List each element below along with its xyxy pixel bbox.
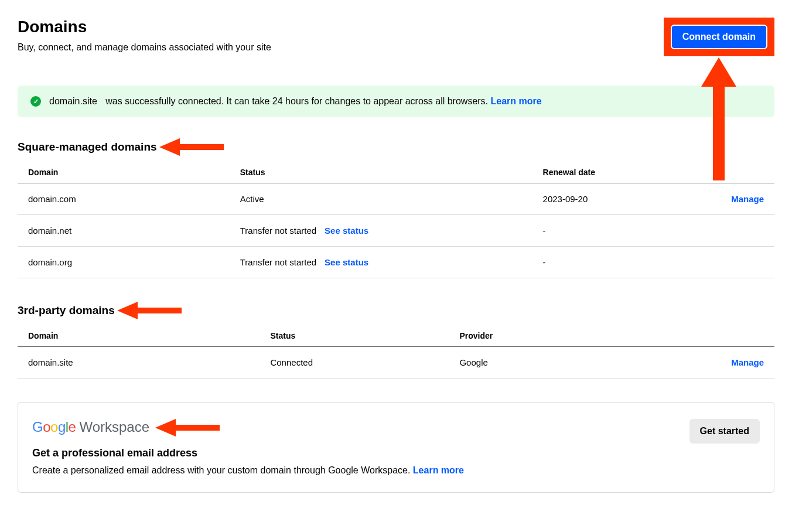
col-domain: Domain: [18, 325, 260, 347]
table-row: domain.com Active 2023-09-20 Manage: [18, 183, 774, 215]
page-header: Domains Buy, connect, and manage domains…: [18, 18, 774, 56]
cell-renewal: -: [532, 215, 699, 247]
get-started-button[interactable]: Get started: [689, 419, 760, 444]
arrow-left-icon: [155, 419, 220, 436]
square-section-header: Square-managed domains: [18, 138, 774, 156]
col-provider: Provider: [449, 325, 698, 347]
alert-text: domain.site was successfully connected. …: [49, 96, 542, 107]
cell-provider: Google: [449, 347, 698, 378]
svg-marker-3: [155, 419, 220, 436]
cell-status: Transfer not started See status: [230, 247, 532, 278]
connect-domain-highlight: Connect domain: [664, 18, 774, 56]
google-workspace-card: Google Workspace Get a professional emai…: [18, 402, 774, 493]
alert-learn-more-link[interactable]: Learn more: [491, 96, 542, 106]
arrow-left-icon: [159, 138, 224, 156]
manage-link[interactable]: Manage: [731, 194, 764, 204]
third-party-domains-table: Domain Status Provider domain.site Conne…: [18, 325, 774, 378]
google-workspace-logo: Google Workspace: [32, 419, 464, 436]
col-renewal: Renewal date: [532, 162, 699, 183]
workspace-learn-more-link[interactable]: Learn more: [413, 465, 464, 475]
arrow-up-icon: [701, 57, 736, 180]
col-status: Status: [260, 325, 449, 347]
alert-domain: domain.site: [49, 96, 97, 106]
connect-domain-button[interactable]: Connect domain: [671, 25, 767, 49]
cell-status: Connected: [260, 347, 449, 378]
header-left: Domains Buy, connect, and manage domains…: [18, 18, 271, 53]
card-title: Get a professional email address: [32, 447, 464, 459]
success-alert: ✓ domain.site was successfully connected…: [18, 86, 774, 117]
arrow-left-icon: [117, 302, 182, 319]
svg-marker-1: [159, 138, 224, 156]
cell-domain: domain.org: [18, 247, 230, 278]
table-row: domain.net Transfer not started See stat…: [18, 215, 774, 247]
manage-link[interactable]: Manage: [731, 357, 764, 367]
see-status-link[interactable]: See status: [325, 257, 368, 267]
cell-status: Transfer not started See status: [230, 215, 532, 247]
col-action: [699, 325, 774, 347]
alert-message: was successfully connected. It can take …: [105, 96, 488, 106]
table-row: domain.org Transfer not started See stat…: [18, 247, 774, 278]
cell-domain: domain.site: [18, 347, 260, 378]
google-logo-text: Google: [32, 419, 76, 435]
cell-renewal: 2023-09-20: [532, 183, 699, 215]
col-domain: Domain: [18, 162, 230, 183]
cell-status: Active: [230, 183, 532, 215]
square-managed-heading: Square-managed domains: [18, 141, 157, 154]
card-description: Create a personalized email address with…: [32, 465, 464, 476]
check-circle-icon: ✓: [30, 96, 41, 107]
svg-marker-2: [117, 302, 182, 319]
see-status-link[interactable]: See status: [325, 226, 368, 236]
table-row: domain.site Connected Google Manage: [18, 347, 774, 378]
third-party-heading: 3rd-party domains: [18, 304, 115, 317]
card-left: Google Workspace Get a professional emai…: [32, 419, 464, 476]
page-title: Domains: [18, 18, 271, 36]
third-party-section-header: 3rd-party domains: [18, 302, 774, 319]
workspace-logo-text: Workspace: [79, 419, 149, 435]
cell-renewal: -: [532, 247, 699, 278]
cell-domain: domain.com: [18, 183, 230, 215]
col-status: Status: [230, 162, 532, 183]
square-domains-table: Domain Status Renewal date domain.com Ac…: [18, 162, 774, 278]
svg-marker-0: [701, 57, 736, 180]
page-subtitle: Buy, connect, and manage domains associa…: [18, 42, 271, 53]
cell-domain: domain.net: [18, 215, 230, 247]
